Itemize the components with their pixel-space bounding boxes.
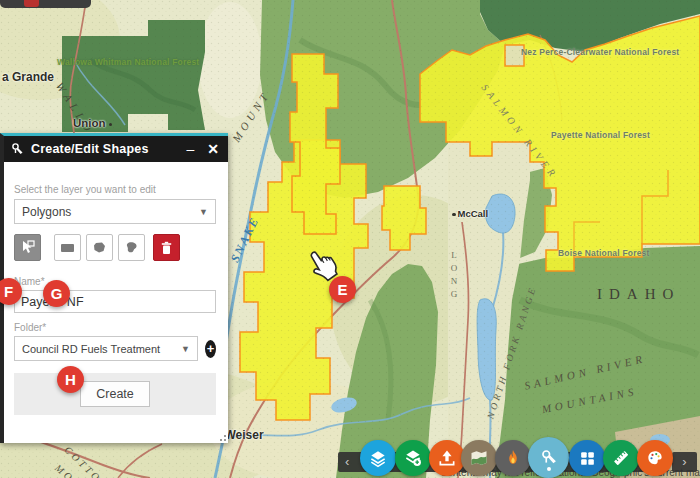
active-tool-indicator xyxy=(547,467,551,471)
palette-button[interactable] xyxy=(637,440,673,476)
minimize-button[interactable]: – xyxy=(186,142,194,156)
draw-shapes-icon xyxy=(538,447,560,469)
wallowa-whitman-label: Wallowa Whitman National Forest xyxy=(57,57,199,67)
layer-select[interactable]: Polygons ▼ xyxy=(14,199,216,224)
basemap-icon xyxy=(469,449,489,467)
cropped-red-glyph xyxy=(24,0,39,7)
mccall-town-dot xyxy=(452,213,456,217)
layer-select-value: Polygons xyxy=(22,205,199,219)
mccall-text: McCall xyxy=(458,208,489,219)
freehand-tool-icon xyxy=(124,241,139,254)
layers-icon xyxy=(368,448,388,468)
delete-shape-tool-button[interactable] xyxy=(153,234,180,261)
weiser-text: Weiser xyxy=(225,428,264,442)
add-folder-button[interactable]: + xyxy=(205,340,216,358)
create-edit-shapes-panel: Create/Edit Shapes – ✕ Select the layer … xyxy=(0,133,228,443)
chevron-right-icon: › xyxy=(682,452,686,472)
fire-button[interactable] xyxy=(495,440,531,476)
panel-header[interactable]: Create/Edit Shapes – ✕ xyxy=(4,136,228,162)
freehand-tool-button[interactable] xyxy=(118,234,145,261)
draw-shapes-button[interactable] xyxy=(528,437,569,478)
apps-grid-button[interactable] xyxy=(569,440,605,476)
toolbar-prev-button[interactable]: ‹ xyxy=(345,452,349,472)
chevron-down-icon: ▼ xyxy=(181,344,190,354)
mccall-label: McCall xyxy=(452,208,488,219)
basemap-button[interactable] xyxy=(461,440,497,476)
polygon-tool-button[interactable] xyxy=(86,234,113,261)
rectangle-tool-button[interactable] xyxy=(54,234,81,261)
palette-icon xyxy=(645,448,665,468)
cropped-top-widget xyxy=(0,0,91,8)
idaho-label: IDAHO xyxy=(597,286,680,303)
fire-icon xyxy=(503,448,523,468)
union-label: Union xyxy=(73,117,114,129)
trash-icon xyxy=(160,241,173,255)
measure-icon xyxy=(611,448,631,468)
rectangle-tool-icon xyxy=(60,242,75,254)
nez-perce-label: Nez Perce-Clearwater National Forest xyxy=(521,47,679,57)
apps-grid-icon xyxy=(578,449,597,468)
toolbar-next-button[interactable]: › xyxy=(672,452,697,472)
upload-button[interactable] xyxy=(429,440,465,476)
badge-g: G xyxy=(43,280,70,307)
layers-add-button[interactable] xyxy=(395,440,431,476)
folder-select[interactable]: Council RD Fuels Treatment ▼ xyxy=(14,336,198,361)
la-grande-label: a Grande xyxy=(2,70,54,84)
panel-body: Select the layer you want to edit Polygo… xyxy=(4,162,228,415)
draw-pin-icon xyxy=(11,142,24,157)
panel-resize-handle[interactable] xyxy=(218,433,226,441)
mouse-cursor-icon xyxy=(306,248,340,288)
upload-icon xyxy=(437,448,457,468)
app-stage: Wallowa Whitman National Forest Nez Perc… xyxy=(0,0,700,478)
chevron-down-icon: ▼ xyxy=(199,207,208,217)
polygon-tool-icon xyxy=(92,241,107,254)
folder-label: Folder* xyxy=(14,322,216,333)
select-shape-icon xyxy=(20,240,35,255)
boise-forest-label: Boise National Forest xyxy=(558,248,650,258)
close-button[interactable]: ✕ xyxy=(207,142,219,156)
create-button[interactable]: Create xyxy=(80,381,150,407)
layers-button[interactable] xyxy=(360,440,396,476)
badge-h: H xyxy=(57,366,84,393)
select-shape-tool-button[interactable] xyxy=(14,234,41,261)
layers-add-icon xyxy=(403,448,423,468)
payette-forest-label: Payette National Forest xyxy=(551,130,650,140)
create-button-area: Create xyxy=(14,373,216,415)
shape-tools xyxy=(14,234,216,261)
folder-select-value: Council RD Fuels Treatment xyxy=(22,343,181,355)
union-text: Union xyxy=(73,117,106,129)
union-town-dot xyxy=(109,123,113,127)
layer-select-label: Select the layer you want to edit xyxy=(14,184,216,195)
panel-title: Create/Edit Shapes xyxy=(31,142,173,156)
long-valley-label: LONG xyxy=(449,250,459,302)
measure-button[interactable] xyxy=(603,440,639,476)
folder-row: Council RD Fuels Treatment ▼ + xyxy=(14,336,216,361)
